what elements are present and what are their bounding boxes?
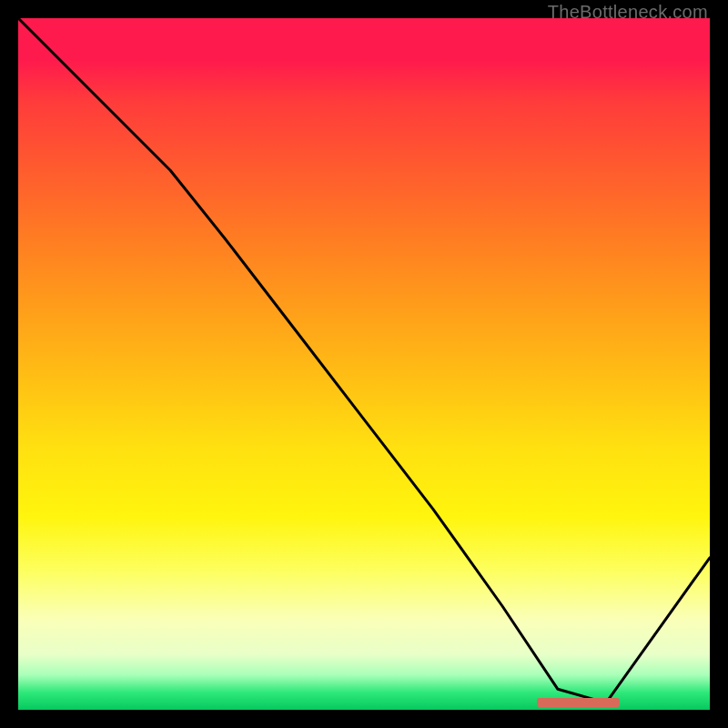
chart-curve <box>18 18 710 703</box>
chart-line-layer <box>18 18 710 710</box>
chart-plot-area <box>18 18 710 710</box>
target-band-marker <box>537 698 620 707</box>
